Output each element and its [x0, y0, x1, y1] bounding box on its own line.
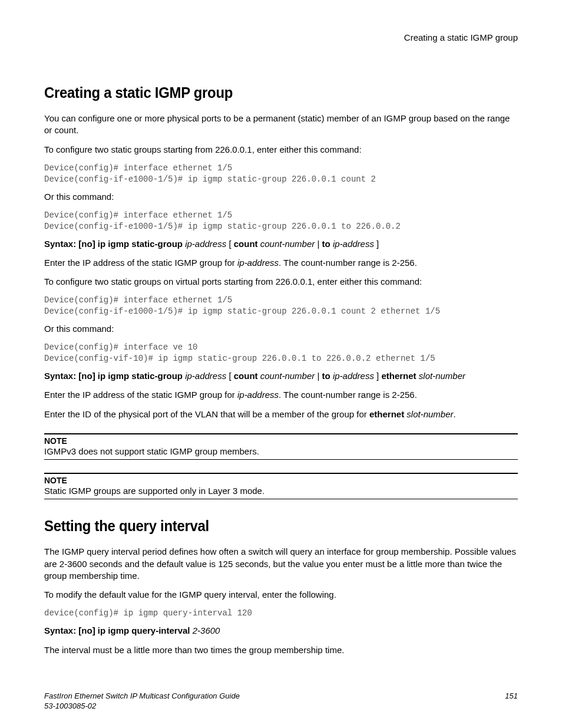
text: Enter the IP address of the static IGMP …	[44, 390, 237, 400]
footer-left: FastIron Ethernet Switch IP Multicast Co…	[44, 691, 240, 711]
body-paragraph: Enter the IP address of the static IGMP …	[44, 257, 518, 269]
body-paragraph: To configure two static groups on virtua…	[44, 276, 518, 288]
syntax-italic: count-number	[260, 371, 315, 381]
text: Enter the ID of the physical port of the…	[44, 409, 369, 419]
syntax-text: [	[226, 371, 234, 381]
italic-text: ip-address	[237, 390, 279, 400]
italic-text: slot-number	[406, 409, 453, 419]
code-block: device(config)# ip igmp query-interval 1…	[44, 608, 518, 619]
syntax-italic: ip-address	[333, 371, 374, 381]
syntax-text: ]	[374, 239, 379, 249]
syntax-bold: Syntax: [no] ip igmp query-interval	[44, 625, 190, 635]
syntax-bold: to	[322, 371, 330, 381]
body-paragraph: Enter the IP address of the static IGMP …	[44, 389, 518, 401]
syntax-text: ]	[374, 371, 382, 381]
body-paragraph: Enter the ID of the physical port of the…	[44, 409, 518, 420]
syntax-italic: ip-address	[185, 239, 226, 249]
italic-text: ip-address	[237, 258, 279, 268]
syntax-bold: count	[234, 239, 258, 249]
syntax-italic: slot-number	[419, 371, 465, 381]
note-text: Static IGMP groups are supported only in…	[44, 485, 518, 497]
document-page: Creating a static IGMP group Creating a …	[0, 0, 562, 728]
syntax-bold: Syntax: [no] ip igmp static-group	[44, 239, 183, 249]
syntax-bold: to	[322, 239, 330, 249]
code-block: Device(config)# interface ethernet 1/5 D…	[44, 163, 518, 185]
note-rule-bottom	[44, 459, 518, 460]
text: Enter the IP address of the static IGMP …	[44, 258, 237, 268]
bold-text: ethernet	[369, 409, 404, 419]
syntax-line: Syntax: [no] ip igmp static-group ip-add…	[44, 370, 518, 382]
note-text: IGMPv3 does not support static IGMP grou…	[44, 446, 518, 457]
page-footer: FastIron Ethernet Switch IP Multicast Co…	[44, 691, 518, 711]
body-paragraph: You can configure one or more physical p…	[44, 113, 518, 137]
code-block: Device(config)# interface ethernet 1/5 D…	[44, 295, 518, 317]
note-label: NOTE	[44, 436, 518, 446]
text: .	[454, 409, 456, 419]
footer-docnum: 53-1003085-02	[44, 701, 96, 710]
syntax-italic: 2-3600	[193, 625, 220, 635]
syntax-bold: ethernet	[381, 371, 416, 381]
syntax-italic: ip-address	[185, 371, 226, 381]
body-paragraph: The IGMP query interval period defines h…	[44, 546, 518, 582]
section-heading-1: Creating a static IGMP group	[44, 84, 480, 102]
footer-page-number: 151	[505, 691, 518, 700]
text: . The count-number range is 2-256.	[279, 390, 417, 400]
page-header-right: Creating a static IGMP group	[44, 32, 518, 42]
body-paragraph: Or this command:	[44, 191, 518, 203]
body-paragraph: To modify the default value for the IGMP…	[44, 589, 518, 601]
body-paragraph: The interval must be a little more than …	[44, 644, 518, 656]
body-paragraph: Or this command:	[44, 323, 518, 335]
syntax-text: |	[315, 371, 322, 381]
footer-title: FastIron Ethernet Switch IP Multicast Co…	[44, 691, 240, 700]
code-block: Device(config)# interface ethernet 1/5 D…	[44, 210, 518, 232]
syntax-line: Syntax: [no] ip igmp static-group ip-add…	[44, 238, 518, 250]
section-heading-2: Setting the query interval	[44, 517, 480, 535]
code-block: Device(config)# interface ve 10 Device(c…	[44, 342, 518, 364]
syntax-italic: count-number	[260, 239, 315, 249]
syntax-bold: Syntax: [no] ip igmp static-group	[44, 371, 183, 381]
note-rule-bottom	[44, 499, 518, 499]
note-label: NOTE	[44, 476, 518, 485]
text: . The count-number range is 2-256.	[279, 258, 417, 268]
syntax-bold: count	[234, 371, 258, 381]
note-rule-top	[44, 473, 518, 474]
body-paragraph: To configure two static groups starting …	[44, 144, 518, 156]
note-rule-top	[44, 433, 518, 434]
syntax-line: Syntax: [no] ip igmp query-interval 2-36…	[44, 625, 518, 637]
syntax-text: [	[226, 239, 234, 249]
syntax-italic: ip-address	[333, 239, 374, 249]
syntax-text: |	[315, 239, 322, 249]
